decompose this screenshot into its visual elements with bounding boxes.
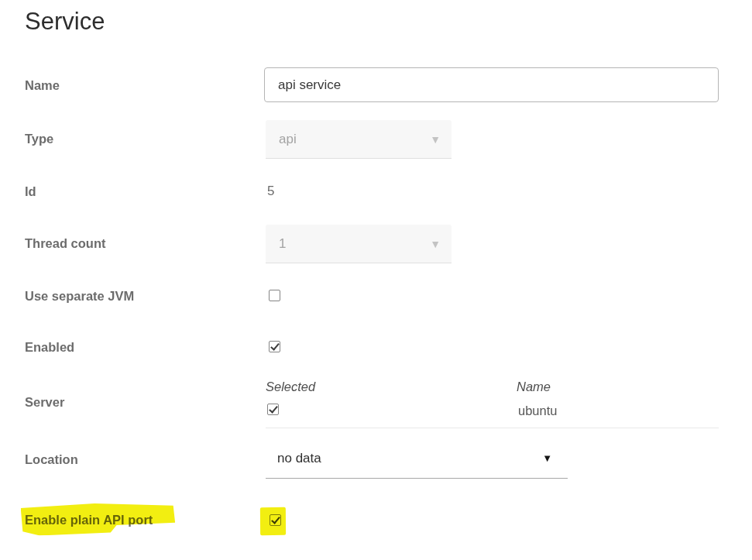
thread-count-label: Thread count: [25, 236, 106, 251]
name-label: Name: [25, 78, 60, 93]
dropdown-arrow-icon: ▼: [430, 238, 441, 249]
server-table-header: Selected Name: [266, 380, 719, 394]
use-separate-jvm-label: Use separate JVM: [25, 289, 134, 304]
page-title: Service: [25, 8, 105, 36]
enable-plain-api-port-checkbox[interactable]: [270, 514, 281, 526]
use-separate-jvm-checkbox[interactable]: [269, 290, 280, 301]
server-table: Selected Name ubuntu: [266, 380, 719, 428]
location-select-value: no data: [277, 451, 321, 466]
server-name-column-header: Name: [517, 380, 719, 394]
location-label: Location: [25, 452, 78, 467]
type-select: api ▼: [266, 120, 452, 159]
enabled-label: Enabled: [25, 340, 74, 355]
server-label: Server: [25, 395, 64, 410]
id-label: Id: [25, 184, 36, 199]
name-input[interactable]: [264, 67, 719, 102]
server-selected-column-header: Selected: [266, 380, 517, 394]
table-row: ubuntu: [266, 402, 719, 428]
dropdown-arrow-icon: ▼: [542, 453, 552, 463]
id-value: 5: [267, 184, 274, 199]
thread-count-select-value: 1: [279, 236, 286, 252]
enabled-checkbox[interactable]: [269, 341, 280, 352]
enable-plain-api-port-label: Enable plain API port: [25, 513, 153, 527]
location-select[interactable]: no data ▼: [266, 438, 568, 479]
type-label: Type: [25, 132, 53, 146]
thread-count-select: 1 ▼: [266, 225, 452, 263]
type-select-value: api: [279, 132, 297, 147]
server-name-cell: ubuntu: [518, 404, 717, 418]
server-selected-checkbox[interactable]: [267, 404, 279, 415]
dropdown-arrow-icon: ▼: [430, 133, 441, 144]
